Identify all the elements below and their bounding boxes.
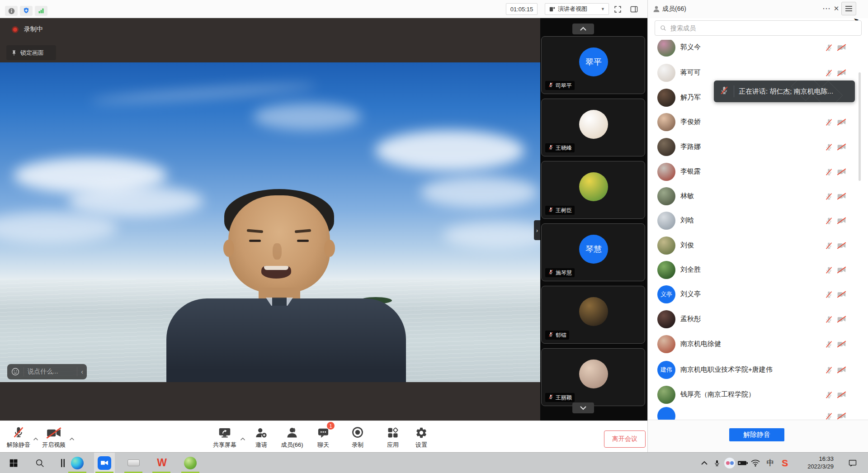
muted-camera-icon[interactable] <box>837 391 846 400</box>
hidden-icons-chevron-icon[interactable] <box>698 453 711 473</box>
participant-tile[interactable]: 郁镭 <box>541 286 645 344</box>
member-search-box[interactable] <box>655 20 862 36</box>
share-options-chevron-icon[interactable] <box>240 435 245 443</box>
layout-icon <box>549 6 556 13</box>
people-icon[interactable] <box>723 453 736 473</box>
leave-meeting-button[interactable]: 离开会议 <box>604 430 646 448</box>
member-row[interactable]: 刘俊 <box>648 233 868 258</box>
muted-camera-icon[interactable] <box>837 412 846 420</box>
muted-mic-icon[interactable] <box>825 69 833 79</box>
toolbar-settings-button[interactable]: 设置 <box>401 424 442 449</box>
search-icon[interactable] <box>29 453 50 473</box>
member-row[interactable] <box>648 404 868 420</box>
member-row[interactable]: 郭义今 <box>648 40 868 60</box>
muted-mic-icon[interactable] <box>825 315 833 326</box>
info-icon[interactable] <box>5 6 18 16</box>
toolbar-camera-button[interactable]: 开启视频 <box>33 424 75 449</box>
member-row[interactable]: 义亭刘义亭 <box>648 282 868 307</box>
muted-mic-icon[interactable] <box>825 118 833 128</box>
tile-name-badge: 施琴慧 <box>545 268 575 277</box>
muted-mic-icon[interactable] <box>825 143 833 153</box>
edge-browser-icon[interactable] <box>67 453 88 473</box>
muted-camera-icon[interactable] <box>837 44 846 53</box>
muted-mic-icon[interactable] <box>825 217 833 227</box>
avatar <box>657 64 675 82</box>
smiley-icon[interactable] <box>11 367 20 376</box>
muted-mic-icon[interactable] <box>825 391 833 401</box>
scrollbar[interactable] <box>859 72 861 181</box>
filmstrip-scroll-down-button[interactable] <box>572 402 594 413</box>
battery-icon[interactable] <box>736 453 749 473</box>
toolbar-share-button[interactable]: 共享屏幕 <box>204 424 245 449</box>
member-search-input[interactable] <box>670 24 857 32</box>
fullscreen-icon[interactable] <box>611 4 624 15</box>
microphone-icon[interactable] <box>711 453 723 473</box>
participant-tile[interactable]: 翠平司翠平 <box>541 36 645 94</box>
clock-time: 16:33 <box>800 455 834 463</box>
shield-icon[interactable] <box>20 6 33 16</box>
muted-camera-icon[interactable] <box>837 266 846 275</box>
share-screen-icon <box>204 424 245 439</box>
muted-mic-icon[interactable] <box>825 168 833 178</box>
recorder-sphere-icon[interactable] <box>180 453 201 473</box>
muted-camera-icon[interactable] <box>837 242 846 251</box>
camera-options-chevron-icon[interactable] <box>69 435 75 443</box>
chat-input-placeholder[interactable]: 说点什么... <box>28 368 58 376</box>
lock-view-button[interactable]: 锁定画面 <box>6 45 56 60</box>
panel-toggle-icon[interactable] <box>627 4 640 15</box>
muted-mic-icon[interactable] <box>825 43 833 54</box>
close-icon[interactable]: ✕ <box>831 3 841 14</box>
unmute-all-button[interactable]: 解除静音 <box>729 428 784 441</box>
muted-mic-icon[interactable] <box>825 366 833 376</box>
participant-tile[interactable]: 琴慧施琴慧 <box>541 223 645 281</box>
sogou-icon[interactable]: S <box>778 453 791 473</box>
muted-camera-icon[interactable] <box>837 316 846 325</box>
quick-chat-bubble[interactable]: 说点什么... ‹ <box>7 364 87 379</box>
muted-camera-icon[interactable] <box>837 143 846 152</box>
member-row[interactable]: 南京机电徐健 <box>648 332 868 356</box>
muted-mic-icon[interactable] <box>825 290 833 301</box>
hamburger-menu-icon[interactable] <box>841 2 856 15</box>
member-row[interactable]: 刘全胜 <box>648 258 868 282</box>
wifi-icon[interactable] <box>749 453 762 473</box>
avatar <box>657 113 675 131</box>
action-center-icon[interactable] <box>844 453 861 473</box>
device-icon[interactable] <box>123 453 144 473</box>
member-row[interactable]: 建伟南京机电职业技术学院+唐建伟 <box>648 358 868 382</box>
meeting-app-icon[interactable] <box>94 453 115 473</box>
more-options-icon[interactable]: ⋯ <box>821 3 831 14</box>
member-row[interactable]: 李银露 <box>648 160 868 184</box>
member-row[interactable]: 钱厚亮（南京工程学院） <box>648 383 868 407</box>
muted-mic-icon[interactable] <box>825 192 833 203</box>
member-row[interactable]: 李俊娇 <box>648 110 868 134</box>
ime-icon[interactable]: 中 <box>764 453 777 473</box>
muted-camera-icon[interactable] <box>837 118 846 128</box>
member-row[interactable]: 孟秋彤 <box>648 307 868 331</box>
member-row[interactable]: 李路娜 <box>648 135 868 159</box>
participant-tile[interactable]: 王晓峰 <box>541 99 645 156</box>
filmstrip-collapse-handle[interactable]: › <box>534 220 540 240</box>
muted-camera-icon[interactable] <box>837 193 846 202</box>
collapse-left-icon[interactable]: ‹ <box>81 368 83 375</box>
view-mode-dropdown[interactable]: 演讲者视图 ▼ <box>545 3 609 15</box>
windows-start-icon[interactable] <box>3 453 24 473</box>
muted-mic-icon[interactable] <box>825 412 833 420</box>
muted-mic-icon[interactable] <box>825 340 833 350</box>
member-row[interactable]: 刘晗 <box>648 208 868 233</box>
wps-office-icon[interactable]: W <box>151 453 172 473</box>
muted-camera-icon[interactable] <box>837 341 846 350</box>
muted-mic-icon[interactable] <box>825 241 833 252</box>
member-row[interactable]: 林敏 <box>648 184 868 208</box>
participant-tile[interactable]: 王丽颖 <box>541 348 645 406</box>
muted-mic-icon[interactable] <box>825 266 833 276</box>
speaker-video <box>0 62 540 382</box>
participant-tile[interactable]: 王树臣 <box>541 161 645 219</box>
network-signal-icon[interactable] <box>35 6 47 16</box>
muted-camera-icon[interactable] <box>837 366 846 375</box>
muted-camera-icon[interactable] <box>837 69 846 78</box>
taskbar-clock[interactable]: 16:33 2022/3/29 <box>800 455 834 470</box>
muted-camera-icon[interactable] <box>837 168 846 177</box>
muted-camera-icon[interactable] <box>837 291 846 300</box>
filmstrip-scroll-up-button[interactable] <box>572 24 594 34</box>
muted-camera-icon[interactable] <box>837 217 846 226</box>
